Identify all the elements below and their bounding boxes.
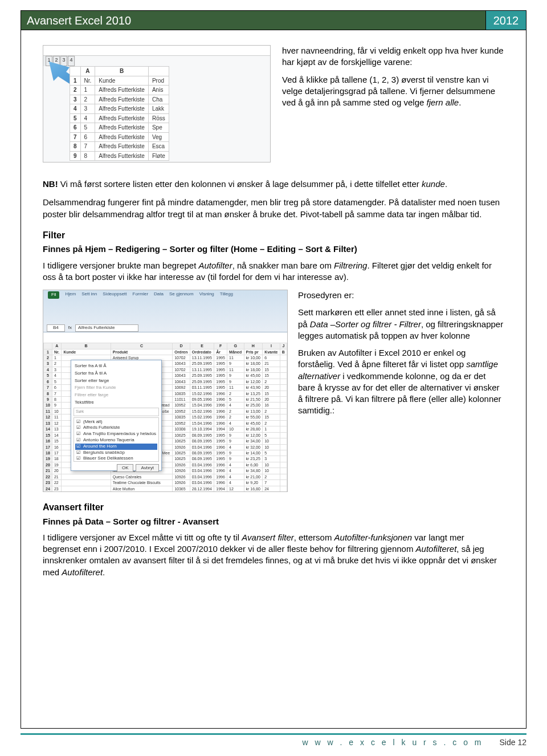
ribbon-tabs: Fil Hjem Sett inn Sideoppsett Formler Da… xyxy=(43,290,287,300)
footer-url: w w w . e x c e l k u r s . c o m xyxy=(303,737,484,748)
formula-bar: Alfreds Futterkiste xyxy=(75,324,138,332)
name-box: B4 xyxy=(47,324,65,332)
doc-year: 2012 xyxy=(486,11,526,30)
avansert-p: I tidligere versjoner av Excel måtte vi … xyxy=(43,532,504,578)
filter-p1: I tidligere versjoner brukte man begrepe… xyxy=(43,260,504,283)
nb-paragraph: NB! Vi må først sortere listen etter den… xyxy=(43,178,504,190)
para-delsammendrag: Delsammendrag fungerer fint på mindre da… xyxy=(43,197,504,220)
cancel-button: Avbryt xyxy=(136,464,159,473)
proc-label: Prosedyren er: xyxy=(298,290,504,301)
proc-text: Sett markøren ett eller annet sted inne … xyxy=(298,307,504,342)
intro-p1: hver navneendring, får vi veldig enkelt … xyxy=(282,45,504,68)
avansert-heading: Avansert filter xyxy=(43,501,504,514)
excel-grid-preview: AB 1Nr.KundeProd 21Alfreds FutterkisteAn… xyxy=(70,66,169,161)
filter-subhead: Finnes på Hjem – Redigering – Sorter og … xyxy=(43,243,504,255)
ok-button: OK xyxy=(117,464,134,473)
autofilter-dropdown: Sorter fra A til Å Sorter fra Å til A So… xyxy=(71,360,162,471)
filter-heading: Filter xyxy=(43,229,504,242)
doc-title: Avansert Excel 2010 xyxy=(21,11,486,30)
footer-page: Side 12 xyxy=(500,737,526,748)
screenshot-autofilter: Fil Hjem Sett inn Sideoppsett Formler Da… xyxy=(43,290,288,492)
avansert-subhead: Finnes på Data – Sorter og filtrer - Ava… xyxy=(43,516,504,527)
screenshot-delsummer: 1 2 3 4 AB 1Nr.KundeProd 21Alfreds Futte… xyxy=(43,45,271,162)
bruk-text: Bruken av Autofilter i Excel 2010 er enk… xyxy=(298,347,504,417)
intro-p2: Ved å klikke på tallene (1, 2, 3) øverst… xyxy=(282,74,504,109)
